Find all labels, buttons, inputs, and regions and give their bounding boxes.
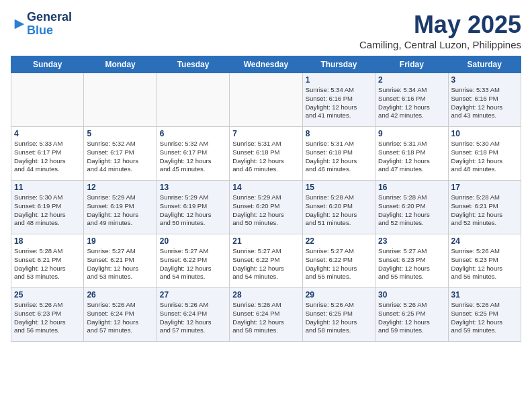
day-info: Sunrise: 5:27 AMSunset: 6:21 PMDaylight:… (87, 247, 153, 281)
day-number: 17 (451, 183, 518, 192)
day-number: 28 (232, 290, 299, 300)
day-number: 16 (378, 183, 445, 192)
day-number: 1 (306, 75, 372, 85)
calendar-week-row: 11Sunrise: 5:30 AMSunset: 6:19 PMDayligh… (11, 181, 521, 234)
calendar-cell: 6Sunrise: 5:32 AMSunset: 6:17 PMDaylight… (157, 127, 229, 181)
calendar-week-row: 18Sunrise: 5:28 AMSunset: 6:21 PMDayligh… (11, 234, 521, 288)
calendar-cell: 9Sunrise: 5:31 AMSunset: 6:18 PMDaylight… (375, 127, 448, 181)
calendar-cell: 26Sunrise: 5:26 AMSunset: 6:24 PMDayligh… (84, 288, 157, 342)
calendar-cell (230, 73, 302, 127)
day-info: Sunrise: 5:29 AMSunset: 6:19 PMDaylight:… (160, 193, 226, 228)
calendar-cell: 13Sunrise: 5:29 AMSunset: 6:19 PMDayligh… (157, 181, 229, 234)
calendar-subtitle: Camiling, Central Luzon, Philippines (359, 39, 521, 50)
calendar-cell: 2Sunrise: 5:34 AMSunset: 6:16 PMDaylight… (375, 73, 448, 127)
day-number: 2 (378, 75, 445, 85)
calendar-header: SundayMondayTuesdayWednesdayThursdayFrid… (11, 56, 521, 73)
weekday-row: SundayMondayTuesdayWednesdayThursdayFrid… (11, 56, 521, 73)
weekday-header: Sunday (11, 56, 84, 73)
calendar-cell: 31Sunrise: 5:26 AMSunset: 6:25 PMDayligh… (448, 288, 521, 342)
calendar-cell: 12Sunrise: 5:29 AMSunset: 6:19 PMDayligh… (84, 181, 157, 234)
day-number: 12 (87, 183, 153, 192)
calendar-cell: 19Sunrise: 5:27 AMSunset: 6:21 PMDayligh… (84, 234, 157, 288)
calendar-cell: 28Sunrise: 5:26 AMSunset: 6:24 PMDayligh… (230, 288, 302, 342)
calendar-cell: 29Sunrise: 5:26 AMSunset: 6:25 PMDayligh… (302, 288, 375, 342)
day-info: Sunrise: 5:34 AMSunset: 6:16 PMDaylight:… (378, 86, 445, 120)
day-number: 13 (160, 183, 226, 192)
header: General Blue May 2025 Camiling, Central … (11, 11, 521, 50)
calendar-title: May 2025 (359, 11, 521, 39)
day-number: 21 (232, 236, 299, 246)
day-number: 20 (160, 236, 226, 246)
day-number: 26 (87, 290, 153, 300)
day-number: 31 (451, 290, 518, 300)
logo-line1: General (27, 10, 72, 24)
day-number: 27 (160, 290, 226, 300)
calendar-cell: 15Sunrise: 5:28 AMSunset: 6:20 PMDayligh… (302, 181, 375, 234)
weekday-header: Friday (375, 56, 448, 73)
calendar-cell (84, 73, 157, 127)
calendar-cell: 25Sunrise: 5:26 AMSunset: 6:23 PMDayligh… (11, 288, 84, 342)
day-info: Sunrise: 5:33 AMSunset: 6:17 PMDaylight:… (14, 140, 81, 174)
day-info: Sunrise: 5:31 AMSunset: 6:18 PMDaylight:… (306, 140, 372, 174)
day-info: Sunrise: 5:26 AMSunset: 6:25 PMDaylight:… (451, 301, 518, 335)
calendar-cell: 4Sunrise: 5:33 AMSunset: 6:17 PMDaylight… (11, 127, 84, 181)
day-number: 30 (378, 290, 445, 300)
calendar-cell: 20Sunrise: 5:27 AMSunset: 6:22 PMDayligh… (157, 234, 229, 288)
calendar-cell: 5Sunrise: 5:32 AMSunset: 6:17 PMDaylight… (84, 127, 157, 181)
day-number: 22 (306, 236, 372, 246)
day-info: Sunrise: 5:28 AMSunset: 6:20 PMDaylight:… (306, 193, 372, 228)
day-info: Sunrise: 5:26 AMSunset: 6:25 PMDaylight:… (306, 301, 372, 335)
calendar-cell: 30Sunrise: 5:26 AMSunset: 6:25 PMDayligh… (375, 288, 448, 342)
day-info: Sunrise: 5:28 AMSunset: 6:21 PMDaylight:… (451, 193, 518, 228)
calendar-week-row: 25Sunrise: 5:26 AMSunset: 6:23 PMDayligh… (11, 288, 521, 342)
weekday-header: Thursday (302, 56, 375, 73)
day-number: 29 (306, 290, 372, 300)
day-number: 23 (378, 236, 445, 246)
calendar-table: SundayMondayTuesdayWednesdayThursdayFrid… (11, 56, 521, 342)
calendar-cell: 17Sunrise: 5:28 AMSunset: 6:21 PMDayligh… (448, 181, 521, 234)
day-info: Sunrise: 5:29 AMSunset: 6:20 PMDaylight:… (232, 193, 299, 228)
day-number: 14 (232, 183, 299, 192)
calendar-cell: 11Sunrise: 5:30 AMSunset: 6:19 PMDayligh… (11, 181, 84, 234)
calendar-cell: 16Sunrise: 5:28 AMSunset: 6:20 PMDayligh… (375, 181, 448, 234)
day-number: 10 (451, 129, 518, 138)
calendar-cell: 18Sunrise: 5:28 AMSunset: 6:21 PMDayligh… (11, 234, 84, 288)
day-info: Sunrise: 5:26 AMSunset: 6:24 PMDaylight:… (232, 301, 299, 335)
calendar-week-row: 4Sunrise: 5:33 AMSunset: 6:17 PMDaylight… (11, 127, 521, 181)
calendar-week-row: 1Sunrise: 5:34 AMSunset: 6:16 PMDaylight… (11, 73, 521, 127)
logo-line2: Blue (27, 24, 53, 37)
weekday-header: Monday (84, 56, 157, 73)
calendar-cell: 3Sunrise: 5:33 AMSunset: 6:16 PMDaylight… (448, 73, 521, 127)
title-area: May 2025 Camiling, Central Luzon, Philip… (359, 11, 521, 50)
calendar-cell: 14Sunrise: 5:29 AMSunset: 6:20 PMDayligh… (230, 181, 302, 234)
day-info: Sunrise: 5:26 AMSunset: 6:23 PMDaylight:… (451, 247, 518, 281)
logo-icon (12, 17, 27, 32)
day-number: 5 (87, 129, 153, 138)
day-number: 9 (378, 129, 445, 138)
day-info: Sunrise: 5:27 AMSunset: 6:22 PMDaylight:… (232, 247, 299, 281)
day-info: Sunrise: 5:31 AMSunset: 6:18 PMDaylight:… (232, 140, 299, 174)
day-number: 3 (451, 75, 518, 85)
calendar-cell: 7Sunrise: 5:31 AMSunset: 6:18 PMDaylight… (230, 127, 302, 181)
day-info: Sunrise: 5:30 AMSunset: 6:19 PMDaylight:… (14, 193, 81, 228)
day-number: 19 (87, 236, 153, 246)
day-number: 8 (306, 129, 372, 138)
day-info: Sunrise: 5:26 AMSunset: 6:23 PMDaylight:… (14, 301, 81, 335)
calendar-cell: 24Sunrise: 5:26 AMSunset: 6:23 PMDayligh… (448, 234, 521, 288)
day-number: 4 (14, 129, 81, 138)
weekday-header: Saturday (448, 56, 521, 73)
day-info: Sunrise: 5:28 AMSunset: 6:20 PMDaylight:… (378, 193, 445, 228)
calendar-body: 1Sunrise: 5:34 AMSunset: 6:16 PMDaylight… (11, 73, 521, 342)
day-info: Sunrise: 5:26 AMSunset: 6:24 PMDaylight:… (87, 301, 153, 335)
day-info: Sunrise: 5:26 AMSunset: 6:25 PMDaylight:… (378, 301, 445, 335)
day-info: Sunrise: 5:27 AMSunset: 6:22 PMDaylight:… (160, 247, 226, 281)
day-number: 18 (14, 236, 81, 246)
calendar-cell: 22Sunrise: 5:27 AMSunset: 6:22 PMDayligh… (302, 234, 375, 288)
day-number: 24 (451, 236, 518, 246)
day-info: Sunrise: 5:30 AMSunset: 6:18 PMDaylight:… (451, 140, 518, 174)
day-info: Sunrise: 5:34 AMSunset: 6:16 PMDaylight:… (306, 86, 372, 120)
logo-text: General Blue (27, 11, 72, 38)
calendar-cell: 1Sunrise: 5:34 AMSunset: 6:16 PMDaylight… (302, 73, 375, 127)
day-number: 6 (160, 129, 226, 138)
day-info: Sunrise: 5:31 AMSunset: 6:18 PMDaylight:… (378, 140, 445, 174)
